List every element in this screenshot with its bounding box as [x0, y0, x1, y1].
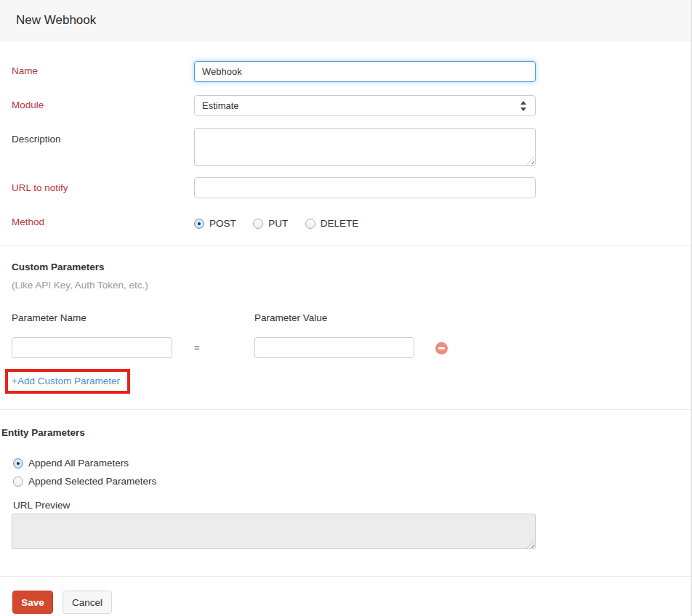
- method-option-put-label: PUT: [268, 218, 288, 229]
- name-label: Name: [12, 65, 38, 76]
- parameter-name-input[interactable]: [12, 337, 172, 358]
- method-option-put[interactable]: PUT: [253, 216, 291, 229]
- append-all-label: Append All Parameters: [28, 458, 129, 469]
- radio-append-all-icon[interactable]: [13, 458, 23, 469]
- method-label: Method: [12, 216, 44, 227]
- url-preview-label: URL Preview: [13, 500, 70, 511]
- method-radio-group: POST PUT DELETE: [194, 216, 372, 230]
- parameter-value-input[interactable]: [254, 337, 414, 358]
- custom-parameters-note: (Like API Key, Auth Token, etc.): [12, 280, 148, 291]
- method-option-delete[interactable]: DELETE: [305, 216, 359, 229]
- new-webhook-page: New Webhook Name Module Estimate Descrip…: [0, 0, 692, 616]
- module-select[interactable]: Estimate: [194, 95, 536, 116]
- radio-delete-icon[interactable]: [305, 219, 315, 229]
- entity-parameters-heading: Entity Parameters: [1, 427, 85, 438]
- select-arrows-icon: [520, 99, 527, 113]
- url-preview-textarea: [12, 514, 536, 549]
- radio-post-icon[interactable]: [194, 219, 204, 229]
- divider: [0, 409, 692, 410]
- url-label: URL to notify: [12, 182, 68, 193]
- name-input[interactable]: [194, 61, 536, 82]
- custom-parameters-heading: Custom Parameters: [12, 262, 105, 272]
- page-header: New Webhook: [0, 0, 691, 41]
- method-option-post-label: POST: [209, 218, 236, 229]
- method-option-delete-label: DELETE: [321, 218, 359, 229]
- cancel-button[interactable]: Cancel: [63, 591, 112, 614]
- equals-sign: =: [194, 342, 200, 353]
- save-button[interactable]: Save: [12, 591, 53, 614]
- entity-option-append-selected[interactable]: Append Selected Parameters: [13, 474, 156, 487]
- parameter-value-label: Parameter Value: [254, 312, 327, 323]
- divider: [0, 576, 692, 577]
- add-custom-parameter-link[interactable]: +Add Custom Parameter: [12, 376, 120, 386]
- description-textarea[interactable]: [194, 128, 536, 166]
- parameter-name-label: Parameter Name: [12, 312, 86, 323]
- page-title: New Webhook: [16, 13, 96, 28]
- description-label: Description: [12, 134, 61, 145]
- module-select-value: Estimate: [202, 100, 239, 111]
- radio-put-icon[interactable]: [253, 219, 263, 229]
- radio-append-selected-icon[interactable]: [13, 477, 23, 487]
- divider: [0, 245, 692, 246]
- method-option-post[interactable]: POST: [194, 216, 239, 229]
- url-input[interactable]: [194, 177, 536, 198]
- remove-parameter-icon[interactable]: [435, 342, 448, 354]
- entity-option-append-all[interactable]: Append All Parameters: [13, 456, 129, 469]
- append-selected-label: Append Selected Parameters: [28, 476, 156, 487]
- module-label: Module: [12, 100, 44, 110]
